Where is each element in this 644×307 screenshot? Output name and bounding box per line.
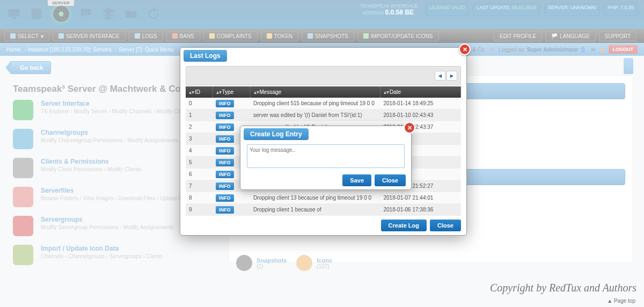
cell-msg: Dropping client 13 because of ping timeo…: [250, 192, 380, 204]
cell-date: 2018-01-06 17:38:36: [380, 204, 461, 216]
cell-type: INFO: [213, 204, 250, 216]
pager-toolbar: ◄ ►: [186, 66, 461, 85]
col-type[interactable]: ▴▾Type: [213, 86, 250, 98]
close-icon[interactable]: ✕: [404, 122, 415, 134]
close-button[interactable]: Close: [375, 174, 406, 186]
col-message[interactable]: ▴▾Message: [250, 86, 380, 98]
dialog-title: Last Logs: [184, 50, 227, 62]
table-row: 1INFOserver was edited by '(/) Daniel fr…: [186, 109, 461, 121]
create-log-dialog: ✕ Create Log Entry Save Close: [240, 126, 412, 190]
cell-date: 2018-01-10 02:43:43: [380, 109, 461, 121]
page-next-button[interactable]: ►: [447, 71, 457, 81]
col-date[interactable]: ▴▾Date: [380, 86, 461, 98]
log-message-input[interactable]: [247, 144, 405, 168]
cell-type: INFO: [213, 98, 250, 109]
cell-date: 2018-01-07 21:44:01: [380, 192, 461, 204]
cell-id: 7: [186, 180, 213, 192]
cell-id: 8: [186, 192, 213, 204]
cell-id: 4: [186, 145, 213, 157]
cell-id: 3: [186, 133, 213, 145]
close-icon[interactable]: ✕: [459, 43, 471, 55]
cell-msg: server was edited by '(/) Daniel from TS…: [250, 109, 380, 121]
create-log-button[interactable]: Create Log: [381, 220, 427, 231]
table-row: 8INFODropping client 13 because of ping …: [186, 192, 461, 204]
cell-id: 2: [186, 121, 213, 133]
close-button[interactable]: Close: [430, 220, 461, 231]
cell-type: INFO: [213, 109, 250, 121]
cell-id: 1: [186, 109, 213, 121]
cell-id: 5: [186, 157, 213, 169]
page-prev-button[interactable]: ◄: [435, 71, 445, 81]
cell-type: INFO: [213, 192, 250, 204]
cell-id: 9: [186, 204, 213, 216]
copyright: Copyright by RedTux and Authors: [490, 282, 636, 294]
dialog-title: Create Log Entry: [244, 128, 309, 140]
page-top-link[interactable]: ▲ Page top: [607, 298, 635, 304]
cell-date: 2018-01-14 18:49:25: [380, 98, 461, 109]
table-row: 0INFODropping client 515 because of ping…: [186, 98, 461, 109]
cell-id: 0: [186, 98, 213, 109]
cell-id: 6: [186, 169, 213, 180]
cell-msg: Dropping client 1 because of: [250, 204, 380, 216]
table-row: 9INFODropping client 1 because of2018-01…: [186, 204, 461, 216]
save-button[interactable]: Save: [342, 174, 371, 186]
cell-msg: Dropping client 515 because of ping time…: [250, 98, 380, 109]
col-id[interactable]: ▴▾ID: [186, 86, 213, 98]
